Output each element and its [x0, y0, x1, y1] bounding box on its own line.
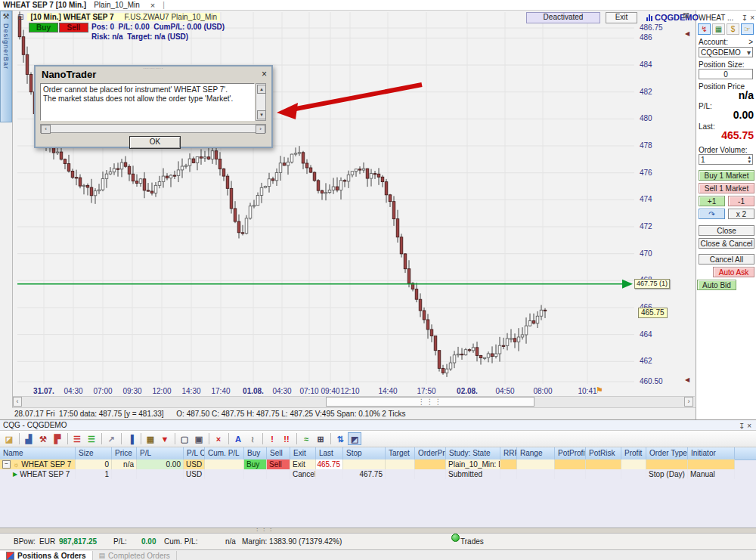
chart-buy-button[interactable]: Buy	[29, 23, 58, 32]
column-header[interactable]: Cum. P/L	[205, 447, 244, 459]
column-header[interactable]: Price	[112, 447, 137, 459]
chart-sell-button[interactable]: Sell	[59, 23, 88, 32]
cell-buy[interactable]	[244, 469, 267, 479]
window-tab-instrument[interactable]: WHEAT SEP 7 [10 Min.]	[3, 1, 86, 9]
signals-icon[interactable]: ↗	[104, 432, 118, 445]
column-header[interactable]: Order Type	[646, 447, 688, 459]
tools-icon[interactable]: ⚒	[36, 432, 50, 445]
columns-icon[interactable]: ▐	[124, 432, 138, 445]
scroll-right-icon[interactable]: ›	[256, 125, 265, 134]
collapse-icon[interactable]: ⊟	[17, 13, 23, 21]
filter-icon[interactable]: ▼	[158, 432, 172, 445]
scroll-down-icon[interactable]: ▾	[257, 110, 266, 119]
buy-market-button[interactable]: Buy 1 Market	[699, 170, 754, 181]
order-entry-icon[interactable]: ↯	[698, 23, 711, 35]
dialog-grip[interactable]: ∙∙∙∙∙∙∙∙∙∙	[144, 66, 164, 70]
dialog-close-icon[interactable]: ×	[262, 69, 267, 79]
column-header[interactable]: P/L	[137, 447, 184, 459]
alert-icon[interactable]: !	[265, 432, 279, 445]
close-icon[interactable]: ×	[750, 14, 754, 22]
chevron-right-icon[interactable]: >	[748, 38, 753, 46]
exit-button[interactable]: Exit	[606, 12, 637, 23]
column-header[interactable]: Study: State	[446, 447, 500, 459]
sort-icon[interactable]: ⇅	[333, 432, 347, 445]
auto-bid-button[interactable]: Auto Bid	[697, 280, 736, 290]
column-header[interactable]: RRR	[500, 447, 517, 459]
column-header[interactable]: Initiator	[688, 447, 735, 459]
reverse-position-button[interactable]: ↷	[699, 209, 725, 219]
close-cancel-button[interactable]: Close & Cancel	[699, 238, 754, 249]
scroll-left-icon[interactable]: ‹	[41, 125, 51, 134]
double-position-button[interactable]: x 2	[728, 209, 754, 219]
column-header[interactable]: Size	[76, 447, 112, 459]
cell-sell[interactable]	[267, 469, 290, 479]
dock-icon[interactable]: ◩	[348, 432, 361, 445]
sell-market-button[interactable]: Sell 1 Market	[699, 183, 754, 193]
designer-bar[interactable]: ⚒ DesignerBar	[0, 11, 12, 122]
cancel-all-button[interactable]: Cancel All	[699, 254, 754, 265]
red-lines-icon[interactable]: ☰	[70, 432, 84, 445]
monitor-icon[interactable]: ▢	[178, 432, 191, 445]
account-select[interactable]: CQGDEMO ▾	[699, 47, 753, 57]
column-header[interactable]: PotProfit	[555, 447, 586, 459]
table-row-order[interactable]: ▶WHEAT SEP 71USDCancel467.75SubmittedSto…	[0, 469, 756, 479]
cell-exit[interactable]: Exit	[290, 459, 316, 469]
dialog-hscrollbar[interactable]: ‹ ›	[40, 124, 266, 133]
wave-icon[interactable]: ≈	[299, 432, 313, 445]
column-header[interactable]: Buy	[244, 447, 267, 459]
column-header[interactable]: Profit	[621, 447, 646, 459]
dialog-vscrollbar[interactable]: ▴ ▾	[256, 83, 266, 121]
chart-window-close-icon[interactable]: ⊠	[683, 11, 689, 20]
column-header[interactable]: P/L C.	[184, 447, 205, 459]
window-tab-template[interactable]: Plain_10_Min	[94, 1, 140, 9]
position-size-field[interactable]: 0	[699, 69, 753, 79]
column-header[interactable]: Last	[316, 447, 343, 459]
accounts-icon[interactable]: ▦	[144, 432, 157, 445]
chart-mode-icon[interactable]: ▦	[712, 23, 725, 35]
hand-trading-icon[interactable]: ☞	[741, 23, 754, 35]
cell-sell[interactable]: Sell	[267, 459, 290, 469]
deactivated-button[interactable]: Deactivated	[526, 12, 600, 23]
pin-icon[interactable]: ↧	[739, 422, 745, 430]
alerts-icon[interactable]: !!	[280, 432, 293, 445]
column-header[interactable]: Exit	[290, 447, 316, 459]
column-header[interactable]: Stop	[343, 447, 386, 459]
green-lines-icon[interactable]: ☰	[85, 432, 98, 445]
plus-one-button[interactable]: +1	[699, 196, 725, 206]
info-icon[interactable]: ≀	[246, 432, 259, 445]
cell-exit[interactable]: Cancel	[290, 469, 316, 479]
expand-collapse-icon[interactable]: −	[2, 460, 11, 469]
chart-hscroll-thumb[interactable]: ⋮⋮⋮	[326, 397, 534, 407]
scroll-left-icon[interactable]: ‹	[13, 397, 22, 407]
spinner-icons[interactable]: ▴▾	[748, 155, 751, 164]
column-header[interactable]: Sell	[267, 447, 290, 459]
scroll-right-icon[interactable]: ›	[684, 397, 693, 407]
column-header[interactable]: Name	[0, 447, 76, 459]
column-header[interactable]: Target	[386, 447, 415, 459]
scroll-up-icon[interactable]: ▴	[257, 85, 266, 94]
studies-icon[interactable]: ▛	[51, 432, 64, 445]
table-row-position[interactable]: −☼WHEAT SEP 70n/a0.00USDBuySellExit465.7…	[0, 459, 756, 469]
column-header[interactable]: Range	[517, 447, 555, 459]
auto-ask-button[interactable]: Auto Ask	[713, 267, 754, 277]
cell-buy[interactable]: Buy	[244, 459, 267, 469]
chart-hscrollbar[interactable]: ‹ ⋮⋮⋮ ›	[13, 396, 695, 407]
tab-completed-orders[interactable]: ▤ Completed Orders	[93, 551, 177, 560]
open-icon[interactable]: ◪	[2, 432, 16, 445]
chart-icon[interactable]: ▟	[22, 432, 36, 445]
delete-icon[interactable]: ×	[212, 432, 225, 445]
ok-button[interactable]: OK	[129, 136, 181, 149]
minus-one-button[interactable]: -1	[728, 196, 754, 206]
tab-close-icon[interactable]: ×	[150, 1, 155, 10]
order-volume-field[interactable]: 1 ▴▾	[699, 154, 753, 165]
close-icon[interactable]: ×	[747, 422, 751, 430]
column-header[interactable]: OrderPri...	[415, 447, 446, 459]
font-icon[interactable]: A	[231, 432, 245, 445]
money-icon[interactable]: $	[727, 23, 739, 35]
grid-add-icon[interactable]: ⊞	[314, 432, 327, 445]
close-position-button[interactable]: Close	[699, 225, 754, 236]
tab-positions-orders[interactable]: Positions & Orders	[0, 551, 93, 560]
pin-icon[interactable]: ↧	[742, 14, 748, 22]
snapshot-icon[interactable]: ▣	[192, 432, 206, 445]
column-header[interactable]: PotRisk	[586, 447, 621, 459]
